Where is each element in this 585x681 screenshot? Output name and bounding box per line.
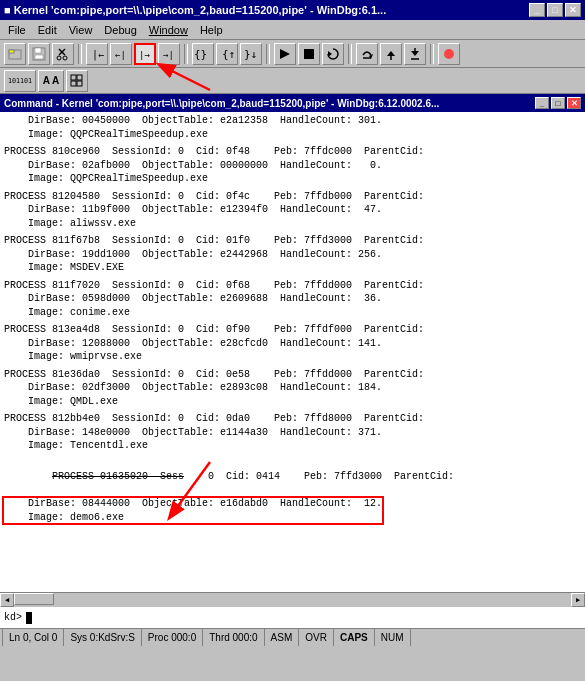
menu-help[interactable]: Help bbox=[194, 22, 229, 38]
status-asm: ASM bbox=[265, 629, 300, 646]
svg-rect-3 bbox=[35, 48, 41, 53]
svg-text:|←: |← bbox=[92, 49, 104, 61]
tb-brace-right-btn[interactable]: }↓ bbox=[240, 43, 262, 65]
tb-step-out-btn[interactable] bbox=[404, 43, 426, 65]
scroll-thumb[interactable] bbox=[14, 593, 54, 605]
menu-debug[interactable]: Debug bbox=[98, 22, 142, 38]
process-line: DirBase: 11b9f000 ObjectTable: e12394f0 … bbox=[4, 203, 581, 217]
menu-file[interactable]: File bbox=[2, 22, 32, 38]
tb-btn5[interactable]: ←| bbox=[110, 43, 132, 65]
svg-text:←|: ←| bbox=[115, 50, 126, 60]
tb-sep3 bbox=[266, 44, 270, 64]
toolbar-container: |← ←| |→ →| {} {↑ }↓ bbox=[0, 40, 585, 68]
tb-btn6[interactable]: |→ bbox=[134, 43, 156, 65]
main-window: ■ Kernel 'com:pipe,port=\\.\pipe\com_2,b… bbox=[0, 0, 585, 646]
tb-restart-btn[interactable] bbox=[322, 43, 344, 65]
process-line: PROCESS 812bb4e0 SessionId: 0 Cid: 0da0 … bbox=[4, 412, 581, 426]
tb-braces-btn[interactable]: {} bbox=[192, 43, 214, 65]
menu-bar: File Edit View Debug Window Help bbox=[0, 20, 585, 40]
svg-marker-16 bbox=[280, 49, 290, 59]
tb-breakpoint-btn[interactable] bbox=[438, 43, 460, 65]
status-proc: Proc 000:0 bbox=[142, 629, 203, 646]
tb-open-btn[interactable] bbox=[4, 43, 26, 65]
tb-sep1 bbox=[78, 44, 82, 64]
process-line: PROCESS 811f67b8 SessionId: 0 Cid: 01f0 … bbox=[4, 234, 581, 248]
process-line: PROCESS 811f7020 SessionId: 0 Cid: 0f68 … bbox=[4, 279, 581, 293]
status-bar: Ln 0, Col 0 Sys 0:KdSrv:S Proc 000:0 Thr… bbox=[0, 628, 585, 646]
process-block-9-highlighted: PROCESS 01635020 Sess 0 Cid: 0414 Peb: 7… bbox=[4, 457, 581, 525]
tb-101-btn[interactable]: 101101 bbox=[4, 70, 36, 92]
menu-window[interactable]: Window bbox=[143, 22, 194, 38]
command-prompt: kd> bbox=[4, 612, 22, 623]
status-ovr: OVR bbox=[299, 629, 334, 646]
process-line-image: Image: demo6.exe bbox=[4, 511, 382, 525]
process-block-4: PROCESS 811f67b8 SessionId: 0 Cid: 01f0 … bbox=[4, 234, 581, 275]
title-bar-buttons: _ □ ✕ bbox=[529, 3, 581, 17]
tb-btn4[interactable]: |← bbox=[86, 43, 108, 65]
window-title: ■ Kernel 'com:pipe,port=\\.\pipe\com_2,b… bbox=[4, 4, 386, 16]
main-content-area[interactable]: DirBase: 00450000 ObjectTable: e2a12358 … bbox=[0, 112, 585, 592]
tb-btn7[interactable]: →| bbox=[158, 43, 180, 65]
toolbar-row2: 101101 A A bbox=[0, 68, 585, 94]
maximize-button[interactable]: □ bbox=[547, 3, 563, 17]
scroll-left-btn[interactable]: ◀ bbox=[0, 593, 14, 607]
process-line: Image: conime.exe bbox=[4, 306, 581, 320]
tb-brace-left-btn[interactable]: {↑ bbox=[216, 43, 238, 65]
process-line: DirBase: 148e0000 ObjectTable: e1144a30 … bbox=[4, 426, 581, 440]
svg-point-8 bbox=[63, 56, 67, 60]
menu-edit[interactable]: Edit bbox=[32, 22, 63, 38]
tb-save-btn[interactable] bbox=[28, 43, 50, 65]
process-block-3: PROCESS 81204580 SessionId: 0 Cid: 0f4c … bbox=[4, 190, 581, 231]
process-line: PROCESS 810ce960 SessionId: 0 Cid: 0f48 … bbox=[4, 145, 581, 159]
process-line: Image: Tencentdl.exe bbox=[4, 439, 581, 453]
svg-text:{↑: {↑ bbox=[222, 48, 234, 61]
close-button[interactable]: ✕ bbox=[565, 3, 581, 17]
svg-rect-17 bbox=[304, 49, 314, 59]
process-line: DirBase: 02afb000 ObjectTable: 00000000 … bbox=[4, 159, 581, 173]
process-line-dirbase: DirBase: 08444000 ObjectTable: e16dabd0 … bbox=[4, 497, 382, 511]
tb-step-into-btn[interactable] bbox=[380, 43, 402, 65]
svg-marker-23 bbox=[411, 51, 419, 56]
tb-run-btn[interactable] bbox=[274, 43, 296, 65]
svg-marker-21 bbox=[387, 51, 395, 56]
tb-sep2 bbox=[184, 44, 188, 64]
tb-grid-btn[interactable] bbox=[66, 70, 88, 92]
process-line: DirBase: 19dd1000 ObjectTable: e2442968 … bbox=[4, 248, 581, 262]
tb-cut-btn[interactable] bbox=[52, 43, 74, 65]
tb-stop-btn[interactable] bbox=[298, 43, 320, 65]
cmd-maximize-btn[interactable]: □ bbox=[551, 97, 565, 109]
status-thrd: Thrd 000:0 bbox=[203, 629, 264, 646]
process-block-2: PROCESS 810ce960 SessionId: 0 Cid: 0f48 … bbox=[4, 145, 581, 186]
cmd-title-text: Command - Kernel 'com:pipe,port=\\.\pipe… bbox=[4, 98, 439, 109]
minimize-button[interactable]: _ bbox=[529, 3, 545, 17]
scroll-track[interactable] bbox=[14, 593, 571, 607]
cmd-close-btn[interactable]: ✕ bbox=[567, 97, 581, 109]
process-line: Image: QMDL.exe bbox=[4, 395, 581, 409]
tb-sep4 bbox=[348, 44, 352, 64]
scroll-right-btn[interactable]: ▶ bbox=[571, 593, 585, 607]
process-line: Image: wmiprvse.exe bbox=[4, 350, 581, 364]
svg-rect-32 bbox=[77, 81, 82, 86]
process-line: PROCESS 81204580 SessionId: 0 Cid: 0f4c … bbox=[4, 190, 581, 204]
svg-point-7 bbox=[57, 56, 61, 60]
process-block-7: PROCESS 81e36da0 SessionId: 0 Cid: 0e58 … bbox=[4, 368, 581, 409]
process-line: DirBase: 02df3000 ObjectTable: e2893c08 … bbox=[4, 381, 581, 395]
horizontal-scrollbar[interactable]: ◀ ▶ bbox=[0, 592, 585, 606]
process-line: PROCESS 81e36da0 SessionId: 0 Cid: 0e58 … bbox=[4, 368, 581, 382]
svg-text:{}: {} bbox=[194, 48, 207, 61]
process-line: DirBase: 0598d000 ObjectTable: e2609688 … bbox=[4, 292, 581, 306]
tb-step-over-btn[interactable] bbox=[356, 43, 378, 65]
command-input-area[interactable]: kd> bbox=[0, 606, 585, 628]
status-caps: CAPS bbox=[334, 629, 375, 646]
tb-aa-btn[interactable]: A A bbox=[38, 70, 64, 92]
svg-text:|→: |→ bbox=[139, 50, 150, 60]
process-line-strikethrough: PROCESS 01635020 Sess 0 Cid: 0414 Peb: 7… bbox=[4, 457, 581, 498]
process-line: Image: aliwssv.exe bbox=[4, 217, 581, 231]
process-block-1: DirBase: 00450000 ObjectTable: e2a12358 … bbox=[4, 114, 581, 141]
svg-point-26 bbox=[444, 49, 454, 59]
process-line: Image: MSDEV.EXE bbox=[4, 261, 581, 275]
process-block-6: PROCESS 813ea4d8 SessionId: 0 Cid: 0f90 … bbox=[4, 323, 581, 364]
cmd-minimize-btn[interactable]: _ bbox=[535, 97, 549, 109]
menu-view[interactable]: View bbox=[63, 22, 99, 38]
status-sys: Sys 0:KdSrv:S bbox=[64, 629, 141, 646]
